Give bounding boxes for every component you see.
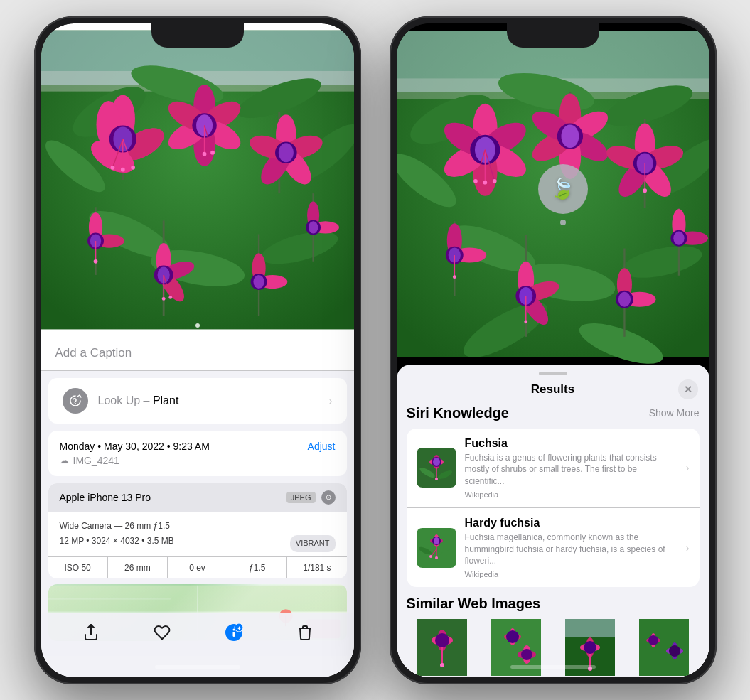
fuchsia-desc: Fuchsia is a genus of flowering plants t… [465,452,677,488]
svg-point-73 [253,274,264,288]
hardy-fuchsia-chevron: › [686,542,690,554]
svg-point-192 [521,649,532,660]
svg-point-50 [278,143,293,162]
results-panel: Results ✕ Siri Knowledge Show More [397,365,709,677]
svg-point-56 [93,259,97,263]
svg-point-74 [75,403,76,404]
filename-row: ☁ IMG_4241 [60,455,336,466]
flower-photo-2[interactable]: 🍃 [397,23,709,365]
svg-point-69 [168,296,172,299]
svg-point-197 [584,641,596,654]
siri-knowledge-header: Siri Knowledge Show More [407,405,700,421]
svg-point-183 [435,633,449,647]
svg-rect-85 [232,632,235,637]
svg-point-27 [120,167,124,171]
fuchsia-chevron: › [686,462,690,473]
hardy-fuchsia-desc: Fuchsia magellanica, commonly known as t… [465,532,677,567]
cloud-icon: ☁ [60,455,69,465]
svg-point-29 [131,165,135,169]
share-icon[interactable] [82,624,100,645]
results-header: Results ✕ [397,375,709,402]
siri-dot [560,220,566,225]
hardy-fuchsia-text: Hardy fuchsia Fuchsia magellanica, commo… [465,517,677,578]
phone2-screen: 🍃 Results ✕ Siri Knowledge [397,23,709,677]
close-button[interactable]: ✕ [678,379,698,399]
svg-point-159 [618,291,630,306]
svg-rect-194 [565,619,615,637]
device-badges: JPEG ⊙ [286,490,336,505]
siri-knowledge-bubble[interactable]: 🍃 [538,164,588,214]
svg-point-175 [435,556,438,559]
svg-point-121 [473,178,478,183]
adjust-button[interactable]: Adjust [308,441,336,452]
svg-point-155 [524,320,527,323]
svg-point-177 [429,555,432,558]
phone-1: Add a Caption L [34,16,361,684]
svg-point-41 [202,151,206,156]
svg-point-173 [434,537,439,544]
exif-focal: 26 mm [108,557,168,578]
device-header: Apple iPhone 13 Pro JPEG ⊙ [48,483,347,512]
photo-dot [195,323,200,328]
svg-rect-200 [639,619,689,676]
vibrant-badge: VIBRANT [290,535,336,552]
phone2-inner: 🍃 Results ✕ Siri Knowledge [397,23,709,677]
results-title: Results [531,382,574,397]
svg-point-166 [435,478,438,480]
camera-specs: Wide Camera — 26 mm ƒ1.5 12 MP • 3024 × … [48,512,347,556]
caption-area[interactable]: Add a Caption [41,336,354,371]
fuchsia-name: Fuchsia [465,437,677,450]
lookup-row[interactable]: Look Up – Plant › [48,378,347,424]
flower-photo-1[interactable] [41,23,354,336]
phones-container: Add a Caption L [34,16,717,684]
siri-knowledge-title: Siri Knowledge [407,405,509,421]
device-name: Apple iPhone 13 Pro [60,492,151,503]
heart-icon[interactable] [154,624,171,645]
notch [151,23,244,48]
svg-point-206 [669,645,680,657]
fuchsia-source: Wikipedia [465,490,677,499]
svg-point-31 [110,165,114,169]
svg-point-117 [483,180,487,184]
caption-placeholder[interactable]: Add a Caption [55,346,132,360]
svg-point-43 [210,150,215,154]
fuchsia-text: Fuchsia Fuchsia is a genus of flowering … [465,437,677,499]
lookup-icon [63,388,88,414]
phone1-screen: Add a Caption L [41,23,354,677]
device-card: Apple iPhone 13 Pro JPEG ⊙ Wide Camera —… [48,483,347,578]
svg-point-185 [440,663,444,667]
home-indicator-2 [510,665,596,669]
date-info-card: Monday • May 30, 2022 • 9:23 AM Adjust ☁… [48,431,347,476]
lookup-label: Look Up – Plant [98,394,179,407]
svg-point-144 [452,275,456,279]
similar-image-4[interactable] [628,619,700,676]
knowledge-card: Fuchsia Fuchsia is a genus of flowering … [407,429,700,588]
svg-point-129 [561,124,579,148]
svg-point-119 [492,178,496,183]
svg-point-164 [433,458,440,466]
gear-icon: ⊙ [321,490,336,505]
similar-images-title: Similar Web Images [407,596,700,612]
svg-point-148 [673,231,684,244]
notch-2 [507,23,599,48]
similar-image-1[interactable] [407,619,478,676]
svg-point-189 [506,630,519,643]
info-icon[interactable]: ✦ [225,623,243,646]
fuchsia-thumbnail [417,448,456,488]
phone1-inner: Add a Caption L [41,23,354,677]
trash-icon[interactable] [297,624,313,645]
show-more-button[interactable]: Show More [649,407,700,419]
exif-row: ISO 50 26 mm 0 ev ƒ1.5 1/181 s [48,556,347,578]
results-content: Siri Knowledge Show More [397,402,709,677]
knowledge-item-fuchsia[interactable]: Fuchsia Fuchsia is a genus of flowering … [407,429,700,507]
knowledge-item-hardy-fuchsia[interactable]: Hardy fuchsia Fuchsia magellanica, commo… [407,507,700,587]
date-row: Monday • May 30, 2022 • 9:23 AM Adjust [60,441,336,452]
filename-text: IMG_4241 [73,455,119,466]
svg-point-60 [308,221,317,233]
camera-spec2: 12 MP • 3024 × 4032 • 3.5 MB VIBRANT [60,534,336,549]
phone-2: 🍃 Results ✕ Siri Knowledge [390,16,717,684]
svg-text:✦: ✦ [237,625,242,632]
camera-spec1: Wide Camera — 26 mm ƒ1.5 [60,519,336,534]
hardy-fuchsia-source: Wikipedia [465,570,677,578]
hardy-fuchsia-thumbnail [417,528,456,568]
